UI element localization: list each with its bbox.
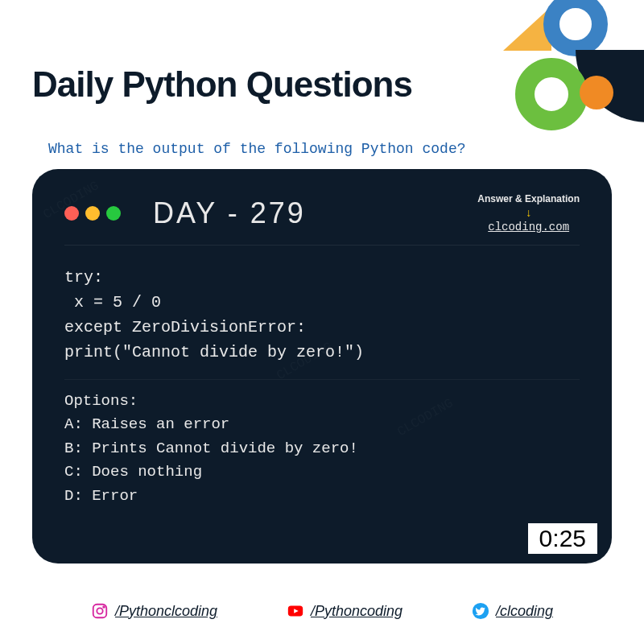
option-b: B: Prints Cannot divide by zero!	[64, 437, 580, 460]
option-c: C: Does nothing	[64, 460, 580, 484]
question-text: What is the output of the following Pyth…	[48, 141, 465, 157]
youtube-link[interactable]: /Pythoncoding	[287, 602, 402, 620]
decorative-shapes	[483, 0, 644, 137]
answer-site-link[interactable]: clcoding.com	[488, 221, 569, 233]
option-a: A: Raises an error	[64, 413, 580, 436]
youtube-icon	[287, 602, 304, 620]
answer-hint-label: Answer & Explanation	[477, 193, 580, 204]
arrow-down-icon: ↓	[477, 206, 580, 219]
youtube-handle: /Pythoncoding	[311, 603, 402, 620]
timer-badge: 0:25	[528, 523, 597, 554]
maximize-dot-icon	[106, 206, 121, 221]
svg-point-1	[97, 608, 102, 613]
option-d: D: Error	[64, 485, 580, 508]
instagram-link[interactable]: /Pythonclcoding	[91, 602, 217, 620]
ring-green-shape	[515, 58, 588, 130]
twitter-link[interactable]: /clcoding	[472, 602, 553, 620]
twitter-handle: /clcoding	[496, 603, 553, 620]
page-title: Daily Python Questions	[32, 64, 412, 105]
code-block: try: x = 5 / 0 except ZeroDivisionError:…	[64, 265, 580, 365]
dot-orange-shape	[580, 76, 613, 109]
twitter-icon	[472, 602, 489, 620]
answer-link[interactable]: Answer & Explanation ↓ clcoding.com	[477, 193, 580, 233]
close-dot-icon	[64, 206, 79, 221]
ring-blue-shape	[543, 0, 608, 56]
day-label: DAY - 279	[153, 196, 306, 230]
instagram-icon	[91, 602, 109, 620]
social-bar: /Pythonclcoding /Pythoncoding /clcoding	[0, 602, 644, 620]
terminal-header: DAY - 279 Answer & Explanation ↓ clcodin…	[64, 193, 580, 246]
options-block: Options: A: Raises an error B: Prints Ca…	[64, 379, 580, 508]
window-dots	[64, 206, 121, 221]
options-label: Options:	[64, 390, 580, 413]
code-terminal: CLCODING CLCODING CLCODING DAY - 279 Ans…	[32, 169, 612, 564]
instagram-handle: /Pythonclcoding	[115, 603, 217, 620]
minimize-dot-icon	[85, 206, 100, 221]
svg-point-2	[103, 606, 105, 608]
